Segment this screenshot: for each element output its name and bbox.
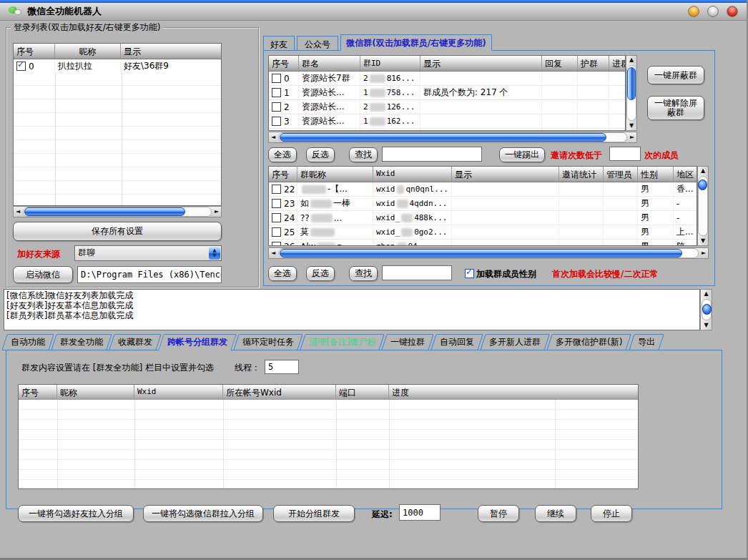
col-nickname: 昵称 [55, 44, 121, 59]
invite-count-input[interactable] [609, 147, 641, 161]
member-search-input[interactable] [382, 265, 452, 280]
add-checked-friends-to-group-button[interactable]: 一键将勾选好友拉入分组 [18, 505, 134, 522]
member-checkbox[interactable] [272, 213, 281, 222]
group-checkbox[interactable] [272, 102, 281, 112]
scroll-down-icon[interactable]: ▼ [701, 237, 705, 245]
window-controls [688, 6, 738, 17]
table-row[interactable]: 0 扒拉扒拉 好友\36群9 [14, 59, 221, 74]
member-table-hscrollbar[interactable]: ◄ ► [268, 247, 709, 259]
tab-clean-zombie-fans[interactable]: 清理[备注]僵尸粉 [300, 334, 385, 350]
table-row[interactable]: 23 如一棒 wxid4qddn... 男 - [269, 197, 697, 211]
tab-multi-guard-group[interactable]: 多开微信护群(新) [547, 334, 632, 350]
first-load-note: 首次加载会比较慢/二次正常 [552, 268, 658, 280]
group-table-hscrollbar[interactable]: ◄ ► [268, 132, 637, 143]
scroll-up-icon[interactable]: ▲ [629, 56, 634, 64]
scroll-left-icon[interactable]: ◄ [269, 133, 277, 142]
unblock-group-button[interactable]: 一键解除屏蔽群 [647, 96, 704, 120]
login-table[interactable]: 序号 昵称 显示 0 扒拉扒拉 好友\36群9 [13, 43, 222, 206]
wechat-path-field[interactable]: D:\Program Files (x86)\Tencent\We [77, 266, 222, 283]
group-table-vscrollbar[interactable]: ▲ ▼ [626, 55, 637, 131]
group-checkbox[interactable] [272, 74, 281, 83]
col-num: 序号 [14, 44, 55, 59]
tab-favorite-send[interactable]: 收藏群发 [109, 334, 161, 350]
maximize-button[interactable] [707, 6, 719, 17]
member-checkbox[interactable] [272, 185, 281, 194]
send-task-table[interactable]: 序号 昵称 Wxid 所在帐号Wxid 端口 进度 [18, 384, 639, 489]
member-checkbox[interactable] [272, 242, 281, 246]
title-bar[interactable]: 微信全功能机器人 [0, 3, 747, 21]
tab-loop-timer-task[interactable]: 循环定时任务 [233, 334, 302, 350]
member-select-all-button[interactable]: 全选 [268, 266, 297, 281]
tab-auto-functions[interactable]: 自动功能 [1, 334, 54, 350]
log-box[interactable]: [微信系统]微信好友列表加载完成 [好友列表]好友基本信息加载完成 [群员列表]… [4, 289, 700, 330]
kick-out-button[interactable]: 一键踢出 [499, 147, 545, 162]
select-spinner-icon[interactable]: ▲▼ [209, 247, 220, 260]
tab-official-accounts[interactable]: 公众号 [297, 36, 338, 51]
table-row[interactable]: 4 资源站长1群 2730... [269, 129, 625, 131]
table-row[interactable]: 25 莫 wxid_0go2... 男 上... [269, 225, 697, 240]
group-checkbox[interactable] [272, 117, 281, 126]
scroll-up-icon[interactable]: ▲ [704, 290, 708, 298]
group-table[interactable]: 序号 群名 群ID 显示 回复 护群 进群 0 资源站长7群 2816... 1… [268, 55, 626, 131]
member-checkbox[interactable] [272, 199, 281, 208]
load-gender-checkbox[interactable] [465, 269, 474, 278]
thread-label: 线程： [235, 362, 260, 374]
add-checked-wechat-groups-button[interactable]: 一键将勾选微信群拉入分组 [143, 505, 263, 522]
invite-filter-label: 邀请次数低于 [551, 149, 602, 162]
table-row[interactable]: 26 Alwn... zhen04 男 陕... [269, 240, 697, 246]
scroll-up-icon[interactable]: ▲ [701, 167, 705, 175]
table-row[interactable]: 2 资源站长... 2126... [269, 100, 625, 114]
group-select-all-button[interactable]: 全选 [268, 147, 297, 162]
add-friend-source-select[interactable]: 群聊 ▲▼ [74, 245, 222, 261]
pause-button[interactable]: 暂停 [478, 505, 519, 522]
scroll-right-icon[interactable]: ► [628, 133, 636, 142]
tab-wechat-groups[interactable]: 微信群(双击加载群员/右键更多功能) [340, 34, 492, 51]
login-table-header: 序号 昵称 显示 [14, 44, 221, 59]
member-table-vscrollbar[interactable]: ▲ ▼ [697, 166, 709, 246]
tab-friends[interactable]: 好友 [263, 36, 295, 51]
scroll-left-icon[interactable]: ◄ [14, 207, 22, 216]
login-panel-title: 登录列表(双击加载好友/右键更多功能) [11, 21, 163, 34]
stop-button[interactable]: 停止 [591, 505, 632, 522]
member-invert-button[interactable]: 反选 [306, 266, 335, 281]
scroll-right-icon[interactable]: ► [699, 249, 708, 257]
tab-auto-reply[interactable]: 自动回复 [431, 334, 483, 350]
send-hint-text: 群发内容设置请在 [群发全功能] 栏目中设置并勾选 [21, 362, 214, 374]
member-search-button[interactable]: 查找 [349, 266, 378, 281]
launch-wechat-button[interactable]: 启动微信 [13, 266, 73, 283]
delay-input[interactable] [399, 504, 441, 521]
table-row[interactable]: 3 资源站长... 1162... [269, 114, 625, 129]
tab-one-key-pull-group[interactable]: 一键拉群 [382, 334, 434, 350]
table-row[interactable]: 22 -【... wxidqn0qnl... 男 香... [269, 182, 697, 197]
window-title: 微信全功能机器人 [27, 5, 102, 18]
log-vscrollbar[interactable]: ▲ ▼ [700, 289, 712, 330]
tab-cross-account-group-send[interactable]: 跨帐号分组群发 [158, 334, 236, 350]
start-group-send-button[interactable]: 开始分组群发 [273, 505, 355, 522]
account-checkbox[interactable] [16, 62, 26, 71]
scroll-down-icon[interactable]: ▼ [704, 321, 708, 330]
close-button[interactable] [727, 6, 738, 17]
minimize-button[interactable] [688, 6, 699, 17]
member-table[interactable]: 序号 群昵称 Wxid 显示 邀请统计 管理员 性别 地区 22 -【... w… [268, 166, 697, 246]
table-row[interactable]: 24 ??... wxid_488k... 男 - [269, 211, 697, 225]
block-group-button[interactable]: 一键屏蔽群 [647, 66, 704, 84]
table-row[interactable]: 0 资源站长7群 2816... [269, 72, 625, 86]
tab-multi-newcomer-join[interactable]: 多开新人进群 [481, 334, 550, 350]
save-all-settings-button[interactable]: 保存所有设置 [13, 222, 222, 241]
tab-mass-send[interactable]: 群发全功能 [51, 334, 112, 350]
login-table-hscrollbar[interactable]: ◄ ► [13, 206, 222, 217]
table-row[interactable]: 1 资源站长... 1758... 群成员个数为: 217 个 [269, 86, 625, 100]
empty-rows [19, 400, 638, 488]
group-invert-button[interactable]: 反选 [306, 147, 335, 162]
continue-button[interactable]: 继续 [535, 505, 576, 522]
member-checkbox[interactable] [272, 227, 281, 237]
group-search-input[interactable] [382, 147, 482, 162]
thread-count-input[interactable] [265, 360, 299, 374]
scroll-down-icon[interactable]: ▼ [629, 122, 634, 130]
group-checkbox[interactable] [272, 88, 281, 97]
scroll-left-icon[interactable]: ◄ [269, 249, 277, 257]
tab-export[interactable]: 导出 [629, 334, 664, 350]
bottom-tab-bar: 自动功能 群发全功能 收藏群发 跨帐号分组群发 循环定时任务 清理[备注]僵尸粉… [4, 334, 661, 350]
group-search-button[interactable]: 查找 [349, 147, 378, 162]
scroll-right-icon[interactable]: ► [212, 207, 221, 216]
